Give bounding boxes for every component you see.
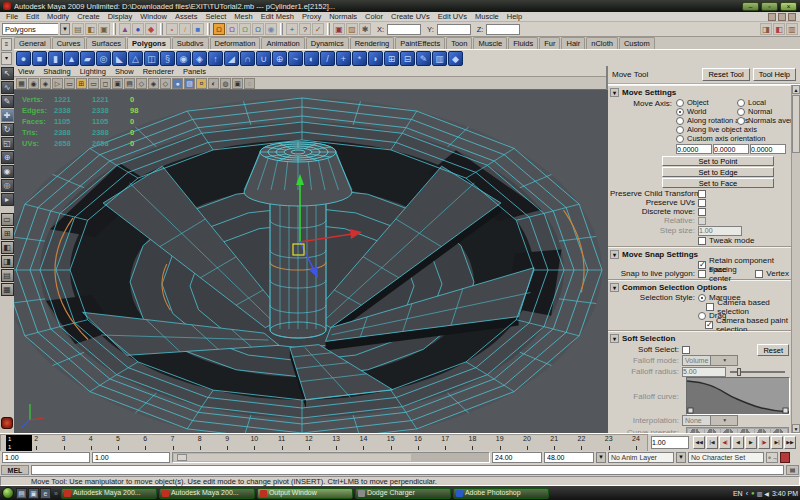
poly-soccer-ball-icon[interactable]: ◉ bbox=[176, 51, 191, 66]
frame-label[interactable]: 9 bbox=[217, 435, 237, 442]
internet-explorer-icon[interactable]: e bbox=[40, 488, 51, 499]
shelf-tab-painteffects[interactable]: PaintEffects bbox=[395, 37, 445, 49]
shelf-tab-ncloth[interactable]: nCloth bbox=[586, 37, 618, 49]
button-set-to-point[interactable]: Set to Point bbox=[662, 156, 774, 166]
select-by-hierarchy-icon[interactable]: ▲ bbox=[119, 23, 131, 35]
shadows-icon[interactable]: ◐ bbox=[208, 78, 219, 89]
step-forward-key-button[interactable]: ▶| bbox=[771, 436, 783, 449]
retain-spacing-checkbox[interactable] bbox=[698, 261, 706, 269]
quad-draw-icon[interactable]: ▥ bbox=[432, 51, 447, 66]
split-polygon-icon[interactable]: / bbox=[320, 51, 335, 66]
menu-proxy[interactable]: Proxy bbox=[298, 12, 325, 21]
wireframe-mode-icon[interactable]: ◇ bbox=[160, 78, 171, 89]
radio-normal[interactable] bbox=[737, 108, 745, 116]
minimize-button[interactable]: – bbox=[742, 2, 759, 11]
ui-toggle-1-icon[interactable] bbox=[768, 13, 776, 21]
radio-along-live-object-axis[interactable] bbox=[676, 126, 684, 134]
shelf-tab-subdivs[interactable]: Subdivs bbox=[172, 37, 209, 49]
snap-to-curves-icon[interactable]: Ω bbox=[226, 23, 238, 35]
viewport-canvas[interactable]: Verts:122112210Edges:2338233898Faces:110… bbox=[14, 90, 606, 433]
show-desktop-icon[interactable]: ▤ bbox=[16, 488, 27, 499]
textured-mode-icon[interactable]: ▨ bbox=[184, 78, 195, 89]
show-attribute-editor-icon[interactable]: ◨ bbox=[760, 23, 772, 35]
current-frame-indicator[interactable]: 1 1 bbox=[6, 435, 32, 452]
menu-window[interactable]: Window bbox=[136, 12, 171, 21]
custom-axis-field-1[interactable] bbox=[676, 144, 712, 154]
menu-muscle[interactable]: Muscle bbox=[471, 12, 503, 21]
frame-label[interactable]: 14 bbox=[353, 435, 373, 442]
dropdown-arrow-icon[interactable]: ▼ bbox=[710, 416, 738, 425]
range-handle[interactable] bbox=[177, 454, 187, 461]
shelf-tab-muscle[interactable]: Muscle bbox=[473, 37, 507, 49]
menu-set-dropdown[interactable]: Polygons bbox=[2, 23, 58, 35]
maximize-button[interactable]: ▫ bbox=[761, 2, 778, 11]
shelf-tab-toon[interactable]: Toon bbox=[446, 37, 472, 49]
task-button[interactable]: Autodesk Maya 200... bbox=[61, 488, 157, 499]
step-back-frame-button[interactable]: ◀| bbox=[719, 436, 731, 449]
frame-label[interactable]: 18 bbox=[462, 435, 482, 442]
duplicate-face-icon[interactable]: ⊞ bbox=[384, 51, 399, 66]
step-forward-frame-button[interactable]: |▶ bbox=[758, 436, 770, 449]
shelf-tab-custom[interactable]: Custom bbox=[619, 37, 655, 49]
scroll-up-icon[interactable]: ▲ bbox=[792, 85, 800, 94]
button-set-to-face[interactable]: Set to Face bbox=[662, 178, 774, 188]
soft-select-reset-button[interactable]: Reset bbox=[757, 344, 789, 356]
collapse-icon[interactable] bbox=[610, 283, 619, 292]
menu-edit[interactable]: Edit bbox=[22, 12, 43, 21]
soft-modification-tool[interactable]: ◉ bbox=[1, 165, 14, 178]
frame-label[interactable]: 24 bbox=[626, 435, 646, 442]
menu-edit-mesh[interactable]: Edit Mesh bbox=[257, 12, 298, 21]
poke-face-icon[interactable]: * bbox=[352, 51, 367, 66]
paint-effects-icon[interactable] bbox=[1, 417, 13, 429]
custom-axis-field-3[interactable] bbox=[750, 144, 786, 154]
new-scene-icon[interactable]: ▤ bbox=[72, 23, 84, 35]
falloff-radius-field[interactable] bbox=[682, 367, 726, 377]
shelf-tab-rendering[interactable]: Rendering bbox=[350, 37, 395, 49]
menu-help[interactable]: Help bbox=[503, 12, 526, 21]
safe-title-icon[interactable]: ◈ bbox=[148, 78, 159, 89]
falloff-radius-slider[interactable] bbox=[730, 371, 785, 373]
frame-label[interactable]: 16 bbox=[408, 435, 428, 442]
poly-cone-icon[interactable]: ▲ bbox=[64, 51, 79, 66]
character-set-dropdown-icon[interactable]: ▼ bbox=[676, 452, 686, 463]
layout-persp-graph[interactable]: ◨ bbox=[1, 255, 14, 268]
range-slider-track[interactable] bbox=[172, 452, 490, 463]
collapse-icon[interactable] bbox=[610, 250, 619, 259]
falloff-mode-dropdown[interactable]: Volume ▼ bbox=[682, 355, 738, 366]
select-camera-icon[interactable]: ▦ bbox=[16, 78, 27, 89]
x-input[interactable] bbox=[387, 24, 421, 35]
shelf-menu-button[interactable]: ▾ bbox=[1, 52, 12, 65]
menu-modify[interactable]: Modify bbox=[43, 12, 73, 21]
safe-action-icon[interactable]: ◇ bbox=[136, 78, 147, 89]
mirror-icon[interactable]: ◐ bbox=[304, 51, 319, 66]
animation-prefs-icon[interactable] bbox=[780, 452, 790, 463]
xray-mode-icon[interactable]: ◍ bbox=[220, 78, 231, 89]
script-editor-icon[interactable]: ▤ bbox=[786, 465, 799, 475]
help-mode-icon[interactable]: ? bbox=[299, 23, 311, 35]
lock-camera-icon[interactable]: ◉ bbox=[28, 78, 39, 89]
smooth-shade-mode-icon[interactable]: ● bbox=[172, 78, 183, 89]
network-icon[interactable]: ▥ bbox=[757, 490, 763, 497]
resolution-gate-icon[interactable]: ◻ bbox=[100, 78, 111, 89]
character-set-dropdown[interactable]: No Character Set bbox=[688, 452, 764, 463]
tool-help-button[interactable]: Tool Help bbox=[753, 68, 796, 81]
camera-based-selection-checkbox[interactable] bbox=[706, 303, 714, 311]
render-current-frame-icon[interactable]: ▣ bbox=[333, 23, 345, 35]
menu-assets[interactable]: Assets bbox=[171, 12, 202, 21]
frame-label[interactable]: 4 bbox=[81, 435, 101, 442]
film-gate-icon[interactable]: ▭ bbox=[88, 78, 99, 89]
shelf-tab-fluids[interactable]: Fluids bbox=[508, 37, 538, 49]
menu-create-uvs[interactable]: Create UVs bbox=[387, 12, 434, 21]
relative-checkbox[interactable] bbox=[698, 217, 706, 225]
viewport-menu-show[interactable]: Show bbox=[115, 67, 134, 76]
bridge-icon[interactable]: ∩ bbox=[240, 51, 255, 66]
menu-file[interactable]: File bbox=[2, 12, 22, 21]
falloff-curve-graph[interactable] bbox=[686, 377, 790, 415]
volume-icon[interactable]: ◀ bbox=[764, 490, 769, 497]
discrete-move-checkbox[interactable] bbox=[698, 208, 706, 216]
preserve-child-checkbox[interactable] bbox=[698, 190, 706, 198]
reset-tool-button[interactable]: Reset Tool bbox=[702, 68, 749, 81]
menu-set-dropdown-arrow-icon[interactable]: ▼ bbox=[60, 23, 70, 35]
booleans-icon[interactable]: ⊕ bbox=[272, 51, 287, 66]
paint-select-tool[interactable]: ✎ bbox=[1, 95, 14, 108]
